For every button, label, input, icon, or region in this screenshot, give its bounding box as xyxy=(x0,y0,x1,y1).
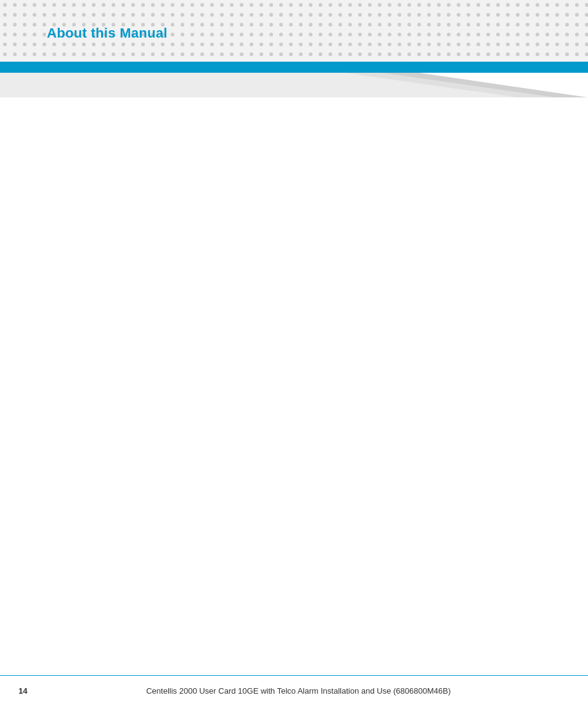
footer: 14 Centellis 2000 User Card 10GE with Te… xyxy=(0,675,588,706)
page-title: About this Manual xyxy=(47,25,168,41)
blue-bar-decoration xyxy=(0,62,588,73)
diagonal-decoration xyxy=(0,73,588,97)
footer-document-title: Centellis 2000 User Card 10GE with Telco… xyxy=(27,686,570,696)
page-number: 14 xyxy=(18,686,27,696)
main-content xyxy=(0,97,588,671)
